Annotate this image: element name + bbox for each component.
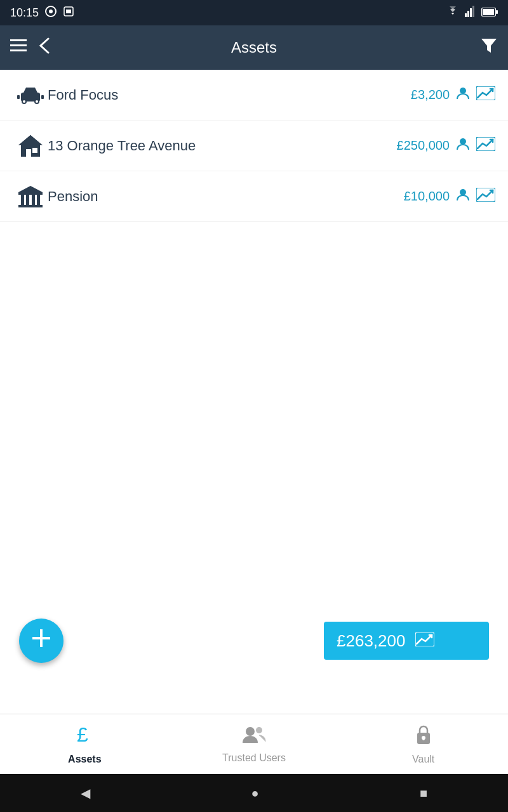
svg-point-21 bbox=[460, 88, 466, 94]
asset-name-ford-focus: Ford Focus bbox=[48, 87, 411, 103]
nav-label-assets: Assets bbox=[68, 754, 101, 765]
back-icon[interactable] bbox=[39, 37, 50, 58]
svg-rect-24 bbox=[26, 149, 31, 157]
filter-icon[interactable] bbox=[480, 41, 498, 57]
status-bar-left: 10:15 bbox=[10, 6, 74, 20]
svg-point-42 bbox=[246, 727, 255, 736]
svg-rect-30 bbox=[18, 192, 43, 195]
nav-item-trusted-users[interactable]: Trusted Users bbox=[170, 725, 339, 764]
svg-point-43 bbox=[256, 727, 262, 733]
svg-point-1 bbox=[49, 10, 53, 13]
svg-rect-19 bbox=[17, 95, 20, 99]
app-bar-right bbox=[480, 37, 498, 58]
svg-rect-32 bbox=[26, 195, 29, 205]
svg-rect-4 bbox=[465, 13, 467, 17]
asset-actions-ford-focus: £3,200 bbox=[411, 86, 495, 104]
svg-point-36 bbox=[460, 189, 466, 195]
svg-rect-5 bbox=[467, 11, 469, 17]
svg-rect-31 bbox=[21, 195, 24, 205]
asset-item-pension[interactable]: Pension £10,000 bbox=[0, 171, 508, 222]
vpn-icon bbox=[44, 6, 58, 20]
app-bar-title: Assets bbox=[231, 39, 277, 56]
asset-user-icon-orange-tree[interactable] bbox=[456, 137, 470, 154]
svg-rect-6 bbox=[470, 8, 472, 17]
asset-user-icon-pension[interactable] bbox=[456, 188, 470, 205]
app-bar: Assets bbox=[0, 25, 508, 70]
svg-text:£: £ bbox=[77, 724, 88, 745]
svg-rect-34 bbox=[37, 195, 40, 205]
svg-rect-46 bbox=[422, 738, 424, 740]
asset-value-orange-tree: £250,000 bbox=[397, 138, 450, 153]
svg-rect-20 bbox=[41, 95, 44, 99]
status-bar-right bbox=[446, 6, 498, 20]
pound-icon: £ bbox=[76, 724, 93, 750]
android-home-button[interactable]: ● bbox=[251, 786, 258, 801]
asset-name-pension: Pension bbox=[48, 188, 404, 205]
add-asset-button[interactable] bbox=[19, 619, 64, 663]
svg-rect-13 bbox=[10, 49, 27, 51]
status-time: 10:15 bbox=[10, 6, 39, 20]
house-icon bbox=[13, 134, 48, 158]
asset-user-icon-ford-focus[interactable] bbox=[456, 86, 470, 103]
menu-icon[interactable] bbox=[10, 39, 27, 56]
plus-icon bbox=[30, 627, 53, 655]
svg-marker-29 bbox=[18, 186, 43, 192]
main-content: Ford Focus £3,200 bbox=[0, 70, 508, 714]
asset-item-ford-focus[interactable]: Ford Focus £3,200 bbox=[0, 70, 508, 121]
svg-rect-25 bbox=[32, 148, 37, 153]
total-trend-icon bbox=[415, 631, 434, 651]
svg-rect-3 bbox=[66, 10, 71, 13]
total-value: £263,200 bbox=[337, 631, 405, 651]
asset-value-ford-focus: £3,200 bbox=[411, 88, 450, 102]
users-icon bbox=[241, 725, 267, 749]
svg-rect-9 bbox=[483, 9, 494, 15]
sim-icon bbox=[63, 6, 74, 20]
nav-label-vault: Vault bbox=[412, 754, 434, 765]
bank-icon bbox=[13, 185, 48, 209]
svg-rect-33 bbox=[32, 195, 35, 205]
svg-point-17 bbox=[23, 100, 25, 103]
svg-point-27 bbox=[460, 138, 466, 145]
total-bar[interactable]: £263,200 bbox=[324, 622, 489, 660]
nav-label-trusted-users: Trusted Users bbox=[222, 752, 286, 764]
asset-trend-icon-orange-tree[interactable] bbox=[476, 137, 495, 155]
svg-marker-26 bbox=[18, 135, 43, 145]
asset-value-pension: £10,000 bbox=[404, 189, 450, 204]
asset-name-orange-tree: 13 Orange Tree Avenue bbox=[48, 138, 397, 154]
status-bar: 10:15 bbox=[0, 0, 508, 25]
asset-trend-icon-ford-focus[interactable] bbox=[476, 86, 495, 104]
app-bar-left bbox=[10, 37, 50, 58]
bottom-actions: £263,200 bbox=[0, 619, 508, 663]
asset-list: Ford Focus £3,200 bbox=[0, 70, 508, 222]
asset-item-orange-tree[interactable]: 13 Orange Tree Avenue £250,000 bbox=[0, 121, 508, 171]
svg-rect-35 bbox=[18, 205, 43, 207]
svg-rect-39 bbox=[32, 637, 50, 639]
nav-item-assets[interactable]: £ Assets bbox=[0, 724, 170, 765]
svg-rect-11 bbox=[10, 39, 27, 41]
battery-icon bbox=[481, 6, 498, 20]
wifi-icon bbox=[446, 6, 460, 20]
lock-icon bbox=[415, 724, 432, 750]
signal-icon bbox=[465, 6, 476, 20]
svg-point-18 bbox=[36, 100, 38, 103]
asset-actions-orange-tree: £250,000 bbox=[397, 137, 495, 155]
asset-actions-pension: £10,000 bbox=[404, 188, 495, 206]
svg-rect-7 bbox=[472, 6, 474, 17]
android-nav-bar: ◀ ● ■ bbox=[0, 774, 508, 812]
android-recent-button[interactable]: ■ bbox=[420, 786, 427, 801]
bottom-nav: £ Assets Trusted Users Vault bbox=[0, 714, 508, 774]
svg-rect-10 bbox=[496, 10, 498, 14]
car-icon bbox=[13, 85, 48, 105]
asset-trend-icon-pension[interactable] bbox=[476, 188, 495, 206]
nav-item-vault[interactable]: Vault bbox=[338, 724, 508, 765]
android-back-button[interactable]: ◀ bbox=[81, 785, 90, 801]
svg-rect-12 bbox=[10, 44, 27, 46]
